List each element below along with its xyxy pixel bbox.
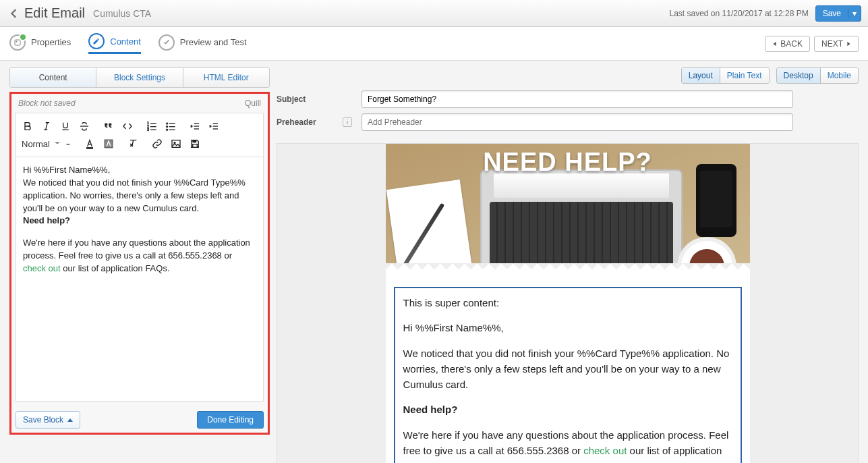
save-block-button[interactable]: Save Block (16, 411, 80, 429)
italic-icon[interactable] (40, 120, 53, 132)
editor-line: We're here if you have any questions abo… (23, 237, 256, 275)
save-icon[interactable] (189, 138, 201, 150)
device-segment: Desktop Mobile (776, 67, 859, 84)
editor-tabs: Content Block Settings HTML Editor (9, 67, 270, 88)
preview-line-bold: Need help? (403, 404, 458, 415)
step-properties-label: Properties (31, 37, 71, 47)
underline-icon[interactable] (59, 120, 71, 132)
caret-up-icon (67, 418, 73, 422)
save-button-label: Save (816, 9, 848, 18)
font-color-icon[interactable] (84, 138, 96, 150)
svg-point-13 (166, 123, 168, 125)
tab-html-editor[interactable]: HTML Editor (183, 68, 269, 87)
desktop-toggle[interactable]: Desktop (777, 68, 820, 83)
pencil-icon (88, 33, 105, 49)
page-title: Edit Email (24, 5, 85, 21)
unordered-list-icon[interactable] (165, 120, 177, 132)
svg-line-4 (46, 123, 48, 130)
save-button[interactable]: Save ▾ (815, 5, 861, 22)
subject-label: Subject (277, 94, 333, 104)
mobile-toggle[interactable]: Mobile (820, 68, 858, 83)
save-block-label: Save Block (23, 415, 63, 425)
back-button-label: BACK (780, 39, 803, 49)
svg-rect-33 (193, 144, 198, 148)
preview-line: Hi %%First Name%%, (403, 320, 732, 335)
next-button-label: NEXT (821, 39, 843, 49)
plaintext-toggle[interactable]: Plain Text (720, 68, 769, 83)
done-editing-button[interactable]: Done Editing (197, 411, 264, 429)
step-preview-label: Preview and Test (180, 37, 247, 47)
svg-rect-32 (193, 140, 196, 142)
paragraph-style-select[interactable]: Normal (22, 139, 71, 149)
code-block-icon[interactable] (121, 120, 134, 132)
email-preview: NEED HELP? This is super content: Hi %%F… (277, 143, 859, 463)
step-preview[interactable]: Preview and Test (158, 34, 247, 53)
bold-icon[interactable] (22, 120, 34, 132)
svg-text:3: 3 (147, 128, 149, 132)
svg-point-15 (166, 129, 168, 131)
subject-input[interactable] (361, 90, 793, 108)
save-dropdown-icon[interactable]: ▾ (848, 9, 861, 18)
editor-highlight-box: Block not saved Quill 1 (9, 92, 270, 435)
block-status: Block not saved (18, 99, 76, 108)
step-content-label: Content (110, 36, 141, 47)
next-button[interactable]: NEXT (814, 36, 859, 52)
svg-point-14 (166, 126, 168, 128)
editor-line: Hi %%First Name%%, (23, 164, 256, 177)
tab-block-settings[interactable]: Block Settings (96, 68, 182, 87)
svg-rect-26 (86, 147, 92, 148)
editor-line-bold: Need help? (23, 215, 70, 225)
strike-icon[interactable] (78, 120, 90, 132)
checkout-link[interactable]: check out (23, 263, 61, 273)
svg-rect-0 (15, 40, 20, 45)
link-icon[interactable] (151, 138, 163, 150)
last-saved-text: Last saved on 11/20/2017 at 12:28 PM (669, 9, 808, 18)
preview-line: We noticed that you did not finish your … (403, 346, 732, 393)
preheader-label: Preheader (277, 117, 333, 127)
preview-content-block[interactable]: This is super content: Hi %%First Name%%… (394, 287, 742, 463)
step-content[interactable]: Content (88, 33, 141, 54)
check-icon (158, 34, 175, 51)
blockquote-icon[interactable] (103, 120, 115, 132)
layout-toggle[interactable]: Layout (682, 68, 720, 83)
editor-line: We noticed that you did not finish your … (23, 177, 256, 215)
back-button[interactable]: BACK (765, 36, 810, 52)
rich-text-editor[interactable]: Hi %%First Name%%, We noticed that you d… (16, 157, 264, 402)
properties-icon (9, 34, 26, 51)
clear-format-icon[interactable] (127, 138, 139, 150)
outdent-icon[interactable] (189, 120, 201, 132)
view-mode-segment: Layout Plain Text (681, 67, 770, 84)
paragraph-style-label: Normal (22, 139, 50, 149)
indent-icon[interactable] (208, 120, 220, 132)
quill-link[interactable]: Quill (245, 99, 261, 108)
page-subtitle: Cumulus CTA (93, 8, 151, 19)
preview-line: This is super content: (403, 295, 732, 310)
ordered-list-icon[interactable]: 123 (146, 120, 158, 132)
step-properties[interactable]: Properties (9, 34, 71, 53)
svg-rect-30 (172, 140, 180, 148)
preview-checkout-link[interactable]: check out (583, 445, 627, 456)
image-icon[interactable] (170, 138, 182, 150)
preview-line: We're here if you have any questions abo… (403, 427, 732, 464)
preheader-input[interactable] (361, 113, 793, 131)
step-bar: Properties Content Preview and Test BACK… (0, 27, 868, 61)
hero-image: NEED HELP? (386, 144, 750, 272)
svg-rect-1 (16, 40, 18, 42)
rich-text-toolbar: 123 Normal (16, 113, 264, 157)
top-bar: Edit Email Cumulus CTA Last saved on 11/… (0, 0, 868, 27)
back-chevron-icon[interactable] (7, 7, 20, 20)
tab-content[interactable]: Content (10, 68, 96, 87)
info-icon[interactable]: i (343, 117, 352, 127)
hero-text: NEED HELP? (386, 148, 750, 177)
bg-color-icon[interactable] (103, 138, 115, 150)
